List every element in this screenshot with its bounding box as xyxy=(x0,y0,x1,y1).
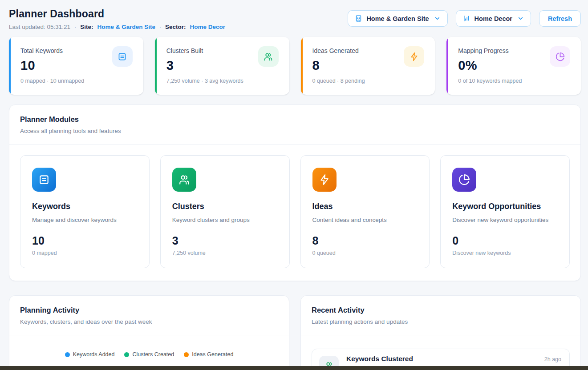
modules-header: Planner Modules Access all planning tool… xyxy=(9,105,580,144)
planning-activity-panel: Planning Activity Keywords, clusters, an… xyxy=(9,295,289,370)
section-title: Recent Activity xyxy=(312,306,570,314)
page-header: Planner Dashboard Last updated: 05:31:21… xyxy=(9,8,581,30)
site-label: Site: xyxy=(80,24,93,30)
refresh-button[interactable]: Refresh xyxy=(539,10,581,27)
section-title: Planner Modules xyxy=(20,115,570,124)
document-icon xyxy=(112,46,133,67)
users-icon xyxy=(258,46,279,67)
stats-row: Total Keywords 10 0 mapped · 10 unmapped… xyxy=(9,37,581,95)
legend-label: Ideas Generated xyxy=(192,351,233,358)
dot-separator: · xyxy=(74,24,76,30)
section-subtitle: Latest planning actions and updates xyxy=(312,318,570,325)
module-value: 3 xyxy=(172,234,278,247)
stat-card-clusters-built: Clusters Built 3 7,250 volume · 3 avg ke… xyxy=(155,37,289,95)
divider xyxy=(301,335,580,335)
recent-activity-panel: Recent Activity Latest planning actions … xyxy=(300,295,581,370)
accent-bar xyxy=(9,37,11,95)
module-title: Clusters xyxy=(172,202,278,211)
module-sub: 7,250 volume xyxy=(172,250,278,256)
legend-item-ideas-generated[interactable]: Ideas Generated xyxy=(184,351,233,358)
breadcrumb: Last updated: 05:31:21 · Site: Home & Ga… xyxy=(9,24,225,30)
planning-activity-header: Planning Activity Keywords, clusters, an… xyxy=(9,296,289,335)
bar-chart-icon xyxy=(463,15,470,22)
stat-sub: 0 queued · 8 pending xyxy=(312,78,425,84)
planner-dashboard-page: Planner Dashboard Last updated: 05:31:21… xyxy=(0,0,588,370)
pie-chart-icon xyxy=(452,168,476,192)
legend-dot xyxy=(184,352,189,357)
stat-sub: 0 mapped · 10 unmapped xyxy=(20,78,133,84)
module-sub: 0 mapped xyxy=(32,250,138,256)
module-value: 8 xyxy=(312,234,418,247)
module-sub: 0 queued xyxy=(312,250,418,256)
module-description: Keyword clusters and groups xyxy=(172,217,278,223)
sector-selector-dropdown[interactable]: Home Decor xyxy=(456,10,531,27)
activity-timestamp: 2h ago xyxy=(544,356,561,362)
planner-modules-panel: Planner Modules Access all planning tool… xyxy=(9,105,581,281)
accent-bar xyxy=(155,37,157,95)
recent-activity-header: Recent Activity Latest planning actions … xyxy=(301,296,580,335)
module-value: 10 xyxy=(32,234,138,247)
chevron-down-icon xyxy=(517,15,524,22)
sector-selector-label: Home Decor xyxy=(474,15,512,22)
section-title: Planning Activity xyxy=(20,306,278,314)
sector-link[interactable]: Home Decor xyxy=(190,24,225,30)
legend-item-clusters-created[interactable]: Clusters Created xyxy=(124,351,174,358)
page-title: Planner Dashboard xyxy=(9,8,225,20)
stat-card-total-keywords: Total Keywords 10 0 mapped · 10 unmapped xyxy=(9,37,143,95)
users-icon xyxy=(172,168,196,192)
legend-dot xyxy=(124,352,129,357)
module-title: Keywords xyxy=(32,202,138,211)
section-subtitle: Keywords, clusters, and ideas over the p… xyxy=(20,318,278,325)
site-selector-dropdown[interactable]: Home & Garden Site xyxy=(348,10,447,27)
last-updated-text: Last updated: 05:31:21 xyxy=(9,24,70,30)
activity-title: Keywords Clustered xyxy=(346,355,413,363)
building-icon xyxy=(355,15,362,22)
pie-chart-icon xyxy=(550,46,570,67)
stat-sub: 0 of 10 keywords mapped xyxy=(458,78,570,84)
legend-item-keywords-added[interactable]: Keywords Added xyxy=(65,351,115,358)
dot-separator: · xyxy=(159,24,161,30)
module-description: Manage and discover keywords xyxy=(32,217,138,223)
screenshot-bottom-edge-bar xyxy=(0,366,588,370)
sector-label: Sector: xyxy=(165,24,186,30)
module-card-ideas[interactable]: Ideas Content ideas and concepts 8 0 que… xyxy=(300,155,430,268)
stat-card-ideas-generated: Ideas Generated 8 0 queued · 8 pending xyxy=(301,37,435,95)
lightning-icon xyxy=(312,168,337,192)
accent-bar xyxy=(446,37,448,95)
chevron-down-icon xyxy=(434,15,441,22)
module-card-clusters[interactable]: Clusters Keyword clusters and groups 3 7… xyxy=(160,155,290,268)
module-description: Content ideas and concepts xyxy=(312,217,418,223)
legend-dot xyxy=(65,352,70,357)
divider xyxy=(9,335,289,335)
module-description: Discover new keyword opportunities xyxy=(452,217,558,223)
header-left: Planner Dashboard Last updated: 05:31:21… xyxy=(9,8,225,30)
legend-label: Keywords Added xyxy=(73,351,115,358)
bottom-row: Planning Activity Keywords, clusters, an… xyxy=(9,283,581,370)
chart-legend: Keywords Added Clusters Created Ideas Ge… xyxy=(9,351,289,358)
module-title: Ideas xyxy=(312,202,418,211)
site-link[interactable]: Home & Garden Site xyxy=(97,24,155,30)
accent-bar xyxy=(301,37,303,95)
section-subtitle: Access all planning tools and features xyxy=(20,128,570,134)
site-selector-label: Home & Garden Site xyxy=(366,15,429,22)
module-card-keyword-opportunities[interactable]: Keyword Opportunities Discover new keywo… xyxy=(440,155,570,268)
modules-grid: Keywords Manage and discover keywords 10… xyxy=(9,145,580,281)
module-sub: Discover new keywords xyxy=(452,250,558,256)
module-title: Keyword Opportunities xyxy=(452,202,558,211)
stat-sub: 7,250 volume · 3 avg keywords xyxy=(166,78,279,84)
module-card-keywords[interactable]: Keywords Manage and discover keywords 10… xyxy=(20,155,150,268)
lightning-icon xyxy=(404,46,424,67)
document-icon xyxy=(32,168,56,192)
module-value: 0 xyxy=(452,234,558,247)
legend-label: Clusters Created xyxy=(132,351,174,358)
header-controls: Home & Garden Site Home Decor Refresh xyxy=(348,10,581,27)
stat-card-mapping-progress: Mapping Progress 0% 0 of 10 keywords map… xyxy=(446,37,581,95)
